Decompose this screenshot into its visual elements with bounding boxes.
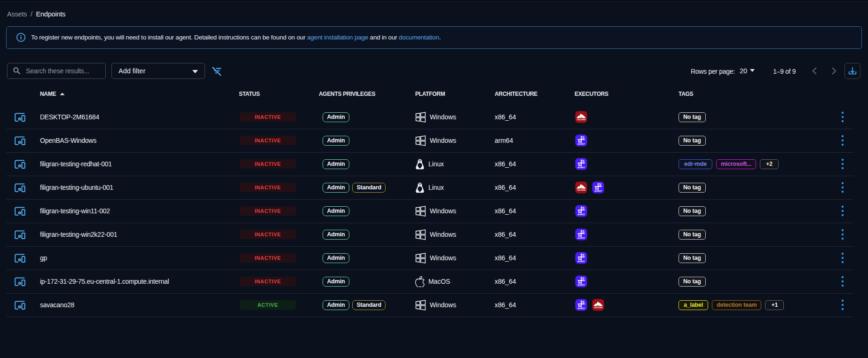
svg-text:AGENT: AGENT xyxy=(594,190,602,192)
svg-text:AGENT: AGENT xyxy=(577,166,585,169)
svg-text:AGENT: AGENT xyxy=(577,260,585,263)
svg-text:AGENT: AGENT xyxy=(577,143,585,145)
svg-text:CALDERA: CALDERA xyxy=(577,119,586,121)
svg-text:AGENT: AGENT xyxy=(577,307,585,310)
svg-text:CALDERA: CALDERA xyxy=(577,189,586,191)
svg-text:AGENT: AGENT xyxy=(577,237,585,239)
svg-text:CALDERA: CALDERA xyxy=(594,307,603,309)
svg-text:AGENT: AGENT xyxy=(577,284,585,286)
svg-text:AGENT: AGENT xyxy=(577,213,585,216)
